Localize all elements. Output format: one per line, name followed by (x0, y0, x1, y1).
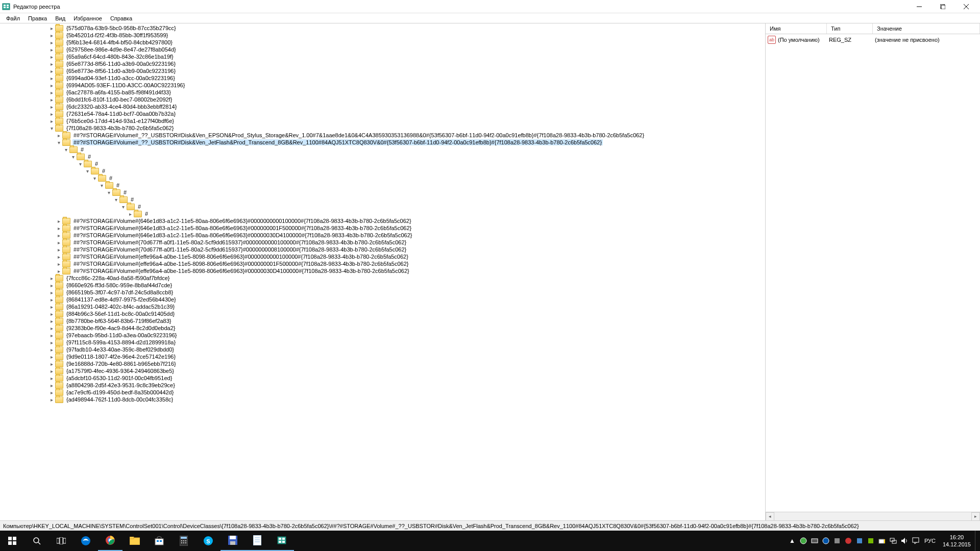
expand-icon[interactable] (48, 310, 55, 317)
expand-icon[interactable] (48, 389, 55, 396)
expand-icon[interactable] (127, 210, 134, 217)
expand-icon[interactable] (48, 24, 55, 32)
tray-icon[interactable] (820, 531, 831, 551)
taskbar-notepad[interactable] (245, 531, 270, 551)
tree-pane[interactable]: {575d078a-63b9-5bc0-958b-87cc35b279cc}{5… (0, 23, 766, 520)
taskbar-explorer[interactable] (122, 531, 147, 551)
collapse-icon[interactable] (48, 124, 55, 132)
expand-icon[interactable] (48, 110, 55, 117)
tree-node[interactable]: {6bdd1fc6-810f-11d0-bec7-08002be2092f} (2, 96, 765, 103)
taskbar-edge[interactable] (74, 531, 98, 551)
expand-icon[interactable] (48, 60, 55, 67)
tree-node[interactable]: {97fadb10-4e33-40ae-359c-8bef029dbdd0} (2, 346, 765, 353)
tree-node[interactable]: ##?#STORAGE#Volume#_??_USBSTOR#Disk&Ven_… (2, 139, 765, 146)
menu-favorites[interactable]: Избранное (69, 14, 106, 22)
collapse-icon[interactable] (55, 139, 62, 146)
tree-node[interactable]: {a17579f0-4fec-4936-9364-249460863be5} (2, 367, 765, 374)
tray-icon[interactable] (876, 531, 888, 551)
expand-icon[interactable] (48, 274, 55, 282)
tree-node[interactable]: ##?#STORAGE#Volume#{646e1d83-a1c2-11e5-8… (2, 217, 765, 224)
tree-node[interactable]: ##?#STORAGE#Volume#{70d677ff-a0f1-11e5-8… (2, 246, 765, 253)
collapse-icon[interactable] (84, 167, 91, 174)
tree-node[interactable]: ##?#STORAGE#Volume#{70d677ff-a0f1-11e5-8… (2, 239, 765, 246)
collapse-icon[interactable] (77, 160, 84, 167)
scroll-left-icon[interactable]: ◂ (766, 512, 774, 521)
expand-icon[interactable] (55, 246, 62, 253)
tree-node[interactable]: {86841137-ed8e-4d97-9975-f2ed56b4430e} (2, 296, 765, 303)
minimize-button[interactable] (908, 0, 931, 13)
tray-network-icon[interactable] (888, 531, 899, 551)
taskbar-regedit[interactable] (270, 531, 294, 551)
expand-icon[interactable] (48, 46, 55, 53)
expand-icon[interactable] (48, 317, 55, 324)
expand-icon[interactable] (48, 346, 55, 353)
expand-icon[interactable] (48, 396, 55, 403)
expand-icon[interactable] (55, 253, 62, 260)
taskbar-skype[interactable]: S (196, 531, 220, 551)
tree-node[interactable]: {6ac27878-a6fa-4155-ba85-f98f491d4f33} (2, 89, 765, 96)
tree-node[interactable]: {6dc23320-ab33-4ce4-80d4-bbb3ebbff2814} (2, 103, 765, 110)
taskbar-chrome[interactable] (98, 531, 122, 551)
col-type[interactable]: Тип (827, 23, 873, 34)
expand-icon[interactable] (48, 303, 55, 310)
expand-icon[interactable] (48, 339, 55, 346)
taskbar-store[interactable] (147, 531, 172, 551)
tray-icon[interactable]: ▲ (787, 531, 798, 551)
expand-icon[interactable] (48, 374, 55, 382)
tree-node[interactable]: {92383b0e-f90e-4ac9-8d44-8c2d0d0ebda2} (2, 324, 765, 332)
expand-icon[interactable] (48, 367, 55, 374)
expand-icon[interactable] (55, 260, 62, 267)
collapse-icon[interactable] (112, 196, 119, 203)
tree-node[interactable]: {a8804298-2d5f-42e3-9531-9c8c39eb29ce} (2, 382, 765, 389)
tree-node[interactable]: # (2, 167, 765, 174)
expand-icon[interactable] (48, 89, 55, 96)
collapse-icon[interactable] (105, 189, 112, 196)
tray-icon[interactable] (843, 531, 854, 551)
tree-node[interactable]: {9d9e0118-1807-4f2e-96e4-2ce57142e196} (2, 353, 765, 360)
tree-node[interactable]: {575d078a-63b9-5bc0-958b-87cc35b279cc} (2, 24, 765, 32)
collapse-icon[interactable] (62, 146, 69, 153)
expand-icon[interactable] (55, 239, 62, 246)
tree-node[interactable]: ##?#STORAGE#Volume#{effe96a4-a0be-11e5-8… (2, 260, 765, 267)
tree-node[interactable]: {866519b5-3f07-4c97-b7df-24c5d8a8ccb8} (2, 289, 765, 296)
col-value[interactable]: Значение (873, 23, 980, 34)
menu-edit[interactable]: Правка (24, 14, 51, 22)
tree-node[interactable]: ##?#STORAGE#Volume#{646e1d83-a1c2-11e5-8… (2, 232, 765, 239)
expand-icon[interactable] (48, 53, 55, 60)
tree-node[interactable]: # (2, 210, 765, 217)
tray-icon[interactable] (865, 531, 876, 551)
expand-icon[interactable] (48, 67, 55, 74)
menu-help[interactable]: Справка (106, 14, 136, 22)
tree-node[interactable]: ##?#STORAGE#Volume#{646e1d83-a1c2-11e5-8… (2, 224, 765, 232)
expand-icon[interactable] (48, 117, 55, 124)
tray-icon[interactable] (809, 531, 820, 551)
tree-node[interactable]: # (2, 196, 765, 203)
show-desktop-button[interactable] (975, 531, 978, 551)
tree-node[interactable]: {8b7780be-bf63-564f-83b6-719f86ef2a83} (2, 317, 765, 324)
tree-node[interactable]: {ad498944-762f-11d0-8dcb-00c04fc3358c} (2, 396, 765, 403)
close-button[interactable] (954, 0, 978, 13)
tree-node[interactable]: # (2, 160, 765, 167)
expand-icon[interactable] (55, 132, 62, 139)
tree-node[interactable]: {5f6b13e4-6814-4fb4-bf50-84cbb4297800} (2, 39, 765, 46)
menu-file[interactable]: Файл (2, 14, 24, 22)
scroll-right-icon[interactable]: ▸ (971, 512, 980, 521)
tree-node[interactable]: ##?#STORAGE#Volume#{effe96a4-a0be-11e5-8… (2, 267, 765, 274)
menu-view[interactable]: Вид (51, 14, 69, 22)
tree-node[interactable]: ##?#STORAGE#Volume#_??_USBSTOR#Disk&Ven_… (2, 132, 765, 139)
tree-node[interactable]: {6994AD05-93EF-11D0-A3CC-00A0C9223196} (2, 82, 765, 89)
tray-icon[interactable] (831, 531, 843, 551)
expand-icon[interactable] (48, 382, 55, 389)
expand-icon[interactable] (48, 332, 55, 339)
tree-node[interactable]: {65a9a6cf-64cd-480b-843e-32c86e1ba19f} (2, 53, 765, 60)
tree-node[interactable]: {65e8773e-8f56-11d0-a3b9-00a0c9223196} (2, 67, 765, 74)
tree-node[interactable]: {7f108a28-9833-4b3b-b780-2c6b5fa5c062} (2, 124, 765, 132)
tree-node[interactable]: {9e16888d-720b-4e80-8861-b965ebb7f216} (2, 360, 765, 367)
tree-node[interactable]: ##?#STORAGE#Volume#{effe96a4-a0be-11e5-8… (2, 253, 765, 260)
col-name[interactable]: Имя (766, 23, 827, 34)
expand-icon[interactable] (48, 289, 55, 296)
search-button[interactable] (24, 531, 49, 551)
maximize-button[interactable] (931, 0, 954, 13)
expand-icon[interactable] (48, 39, 55, 46)
expand-icon[interactable] (48, 282, 55, 289)
